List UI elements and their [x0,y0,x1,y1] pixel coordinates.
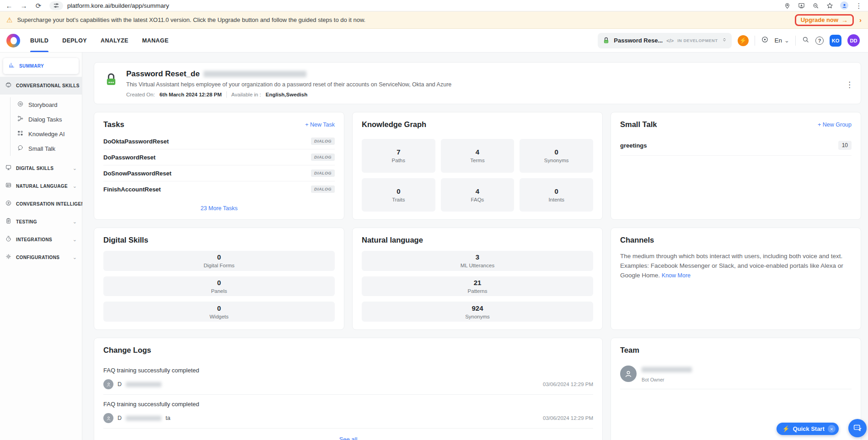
stat-label: Digital Forms [204,263,235,268]
cast-icon[interactable] [798,2,805,9]
sidebar-section-conversational-skills[interactable]: CONVERSATIONAL SKILLS ⌃ [0,77,82,95]
language-selector[interactable]: En ⌄ [775,37,789,44]
divider [795,36,796,46]
sidebar-item-knowledge-ai[interactable]: Knowledge AI [11,127,82,141]
nav-analyze[interactable]: ANALYZE [101,29,129,52]
member-role: Bot Owner [642,377,692,382]
sidebar-section-natural-language[interactable]: NATURAL LANGUAGE ⌄ [0,177,82,195]
stat-paths[interactable]: 7 Paths [362,139,435,173]
stat-patterns[interactable]: 21 Patterns [362,276,593,297]
sidebar-item-summary[interactable]: SUMMARY [3,58,79,74]
sidebar-section-label: DIGITAL SKILLS [16,166,69,171]
stat-panels[interactable]: 0 Panels [103,276,335,297]
stat-value: 924 [472,304,483,312]
chat-icon [853,424,863,433]
small-talk-group-row[interactable]: greetings 10 [620,135,852,156]
task-row[interactable]: FinishAccountReset DIALOG [103,181,335,197]
sidebar-section-integrations[interactable]: INTEGRATIONS ⌄ [0,231,82,249]
zoom-out-icon[interactable] [812,2,819,9]
stat-label: Traits [392,197,405,202]
stat-terms[interactable]: 4 Terms [441,139,514,173]
small-talk-title: Small Talk [620,120,657,129]
workspace-avatar[interactable]: KO [830,35,841,47]
tasks-card: Tasks + New Task DoOktaPasswordReset DIA… [94,112,344,220]
bot-description: This Virtual Assistant helps employee of… [126,81,451,88]
warning-icon: ⚠ [6,16,12,24]
nav-deploy[interactable]: DEPLOY [62,29,87,52]
target-icon[interactable] [761,36,769,45]
bot-selector[interactable]: Password Rese... </> IN DEVELOPMENT [598,33,731,48]
stat-value: 21 [474,279,482,286]
see-all-link[interactable]: See all [103,436,593,440]
nav-build[interactable]: BUILD [30,29,48,52]
browser-reload-icon[interactable]: ⟳ [35,2,42,9]
url-text[interactable]: platform.kore.ai/builder/app/summary [67,2,169,9]
user-avatar[interactable]: DD [847,34,860,47]
log-user-suffix: ta [166,415,170,421]
knowledge-ai-icon [17,130,24,138]
new-group-link[interactable]: + New Group [818,122,852,128]
bot-card-menu-icon[interactable]: ⋮ [846,80,853,90]
log-timestamp: 03/06/2024 12:29 PM [543,382,593,387]
browser-menu-icon[interactable]: ⋮ [855,2,863,9]
task-name: FinishAccountReset [103,186,161,193]
stat-intents[interactable]: 0 Intents [520,178,593,212]
team-title: Team [620,346,639,355]
more-tasks-link[interactable]: 23 More Tasks [103,205,335,212]
sidebar-section-testing[interactable]: TESTING ⌄ [0,213,82,231]
browser-forward-icon[interactable]: → [20,2,27,9]
task-type-badge: DIALOG [311,154,335,161]
task-row[interactable]: DoSnowPasswordReset DIALOG [103,165,335,181]
member-info: Bot Owner [642,366,692,382]
primary-nav: BUILD DEPLOY ANALYZE MANAGE [30,29,169,52]
search-icon[interactable] [802,36,809,45]
lock-icon [602,37,610,44]
stat-ml-utterances[interactable]: 3 ML Utterances [362,251,593,271]
help-icon[interactable]: ? [815,37,824,45]
sidebar-item-dialog-tasks[interactable]: Dialog Tasks [11,112,82,127]
digital-skills-stats: 0 Digital Forms 0 Panels 0 Widgets [103,251,335,322]
address-bar[interactable]: platform.kore.ai/builder/app/summary [49,1,776,10]
stat-traits[interactable]: 0 Traits [362,178,435,212]
sidebar-section-digital-skills[interactable]: DIGITAL SKILLS ⌄ [0,159,82,177]
group-count-badge: 10 [838,141,852,150]
sidebar-section-conversation-intelligence[interactable]: CONVERSATION INTELLIGENCE ⌄ [0,195,82,213]
task-row[interactable]: DoPasswordReset DIALOG [103,149,335,165]
task-row[interactable]: DoOktaPasswordReset DIALOG [103,133,335,149]
upgrade-bolt-icon[interactable]: ⚡ [738,35,749,46]
chat-widget-button[interactable] [848,419,867,437]
nav-manage[interactable]: MANAGE [142,29,169,52]
stat-nl-synonyms[interactable]: 924 Synonyms [362,302,593,322]
stat-label: FAQs [471,197,484,202]
browser-back-icon[interactable]: ← [5,2,13,9]
location-icon[interactable] [783,2,791,9]
sidebar-item-storyboard[interactable]: Storyboard [11,97,82,112]
site-settings-icon[interactable] [49,1,63,10]
channels-title: Channels [620,236,654,244]
log-user-prefix: D [118,381,122,387]
stat-widgets[interactable]: 0 Widgets [103,302,335,322]
banner-chevron-icon[interactable]: › [859,16,862,24]
task-name: DoSnowPasswordReset [103,170,171,177]
sidebar-section-configurations[interactable]: CONFIGURATIONS ⌄ [0,249,82,266]
bookmark-star-icon[interactable] [826,2,833,9]
knowledge-graph-stats: 7 Paths 4 Terms 0 Synonyms 0 Traits [362,139,593,212]
log-user-prefix: D [118,415,122,421]
stat-label: Widgets [209,314,229,319]
know-more-link[interactable]: Know More [662,272,691,279]
quick-start-close-icon[interactable]: × [828,425,836,433]
stat-value: 4 [476,148,479,156]
bot-selector-name: Password Rese... [614,37,663,44]
stat-label: ML Utterances [461,263,494,268]
quick-start-button[interactable]: ⚡ Quick Start × [777,423,839,435]
stat-synonyms[interactable]: 0 Synonyms [520,139,593,173]
sidebar-item-small-talk[interactable]: Small Talk [11,141,82,156]
new-task-link[interactable]: + New Task [305,122,335,128]
main-content: Password Reset_de This Virtual Assistant… [82,53,868,440]
digital-skills-icon [5,164,12,173]
browser-profile-icon[interactable] [840,1,848,10]
upgrade-now-button[interactable]: Upgrade now → [795,14,854,26]
kore-logo[interactable] [6,34,20,48]
stat-faqs[interactable]: 4 FAQs [441,178,514,212]
stat-digital-forms[interactable]: 0 Digital Forms [103,251,335,271]
